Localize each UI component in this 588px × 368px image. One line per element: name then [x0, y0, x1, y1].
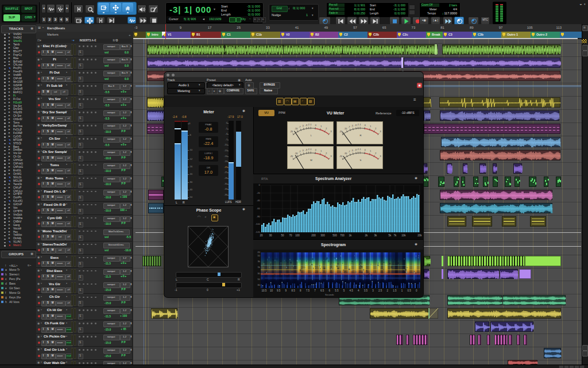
svg-text:1: 1: [320, 150, 322, 152]
svg-text:-5: -5: [302, 150, 304, 152]
svg-text:-3: -3: [355, 124, 357, 126]
svg-text:2: 2: [375, 128, 376, 130]
svg-text:-5: -5: [351, 125, 353, 127]
svg-text:1: 1: [370, 125, 371, 128]
svg-text:-20: -20: [339, 155, 342, 158]
svg-text:-3: -3: [305, 124, 307, 126]
svg-text:3: 3: [380, 155, 381, 158]
svg-text:-20: -20: [339, 131, 342, 133]
svg-text:1: 1: [320, 125, 322, 128]
svg-text:R: R: [359, 134, 361, 137]
svg-text:0: 0: [365, 149, 366, 151]
svg-text:-10: -10: [344, 152, 347, 155]
svg-text:2: 2: [326, 152, 327, 155]
svg-text:0: 0: [315, 149, 316, 151]
svg-text:-20: -20: [290, 155, 293, 158]
svg-text:-2: -2: [307, 124, 309, 126]
svg-text:-7: -7: [299, 151, 300, 153]
svg-text:M: M: [310, 159, 312, 162]
svg-text:1: 1: [370, 150, 371, 152]
svg-text:-2: -2: [357, 124, 358, 126]
svg-text:-1: -1: [359, 148, 361, 151]
svg-text:0: 0: [315, 124, 316, 126]
svg-text:-10: -10: [295, 152, 297, 155]
svg-text:-1: -1: [310, 124, 311, 126]
svg-text:-7: -7: [348, 151, 350, 153]
svg-text:3: 3: [331, 155, 332, 158]
svg-text:-3: -3: [305, 149, 307, 151]
svg-text:-7: -7: [348, 126, 350, 128]
svg-text:3: 3: [331, 131, 332, 133]
svg-text:-20: -20: [290, 131, 293, 133]
svg-text:-5: -5: [351, 150, 353, 152]
svg-text:S: S: [360, 159, 362, 162]
svg-text:-7: -7: [299, 126, 300, 128]
svg-text:-2: -2: [307, 148, 309, 151]
svg-text:-2: -2: [357, 148, 358, 151]
svg-text:-10: -10: [295, 128, 297, 130]
svg-text:-1: -1: [310, 148, 311, 151]
svg-text:2: 2: [326, 128, 327, 130]
svg-text:3: 3: [380, 131, 381, 133]
svg-text:-5: -5: [302, 125, 304, 127]
svg-text:2: 2: [375, 152, 376, 155]
svg-text:-3: -3: [355, 149, 357, 151]
svg-text:-10: -10: [344, 128, 347, 130]
svg-text:-1: -1: [359, 124, 361, 126]
svg-text:0: 0: [365, 124, 366, 126]
